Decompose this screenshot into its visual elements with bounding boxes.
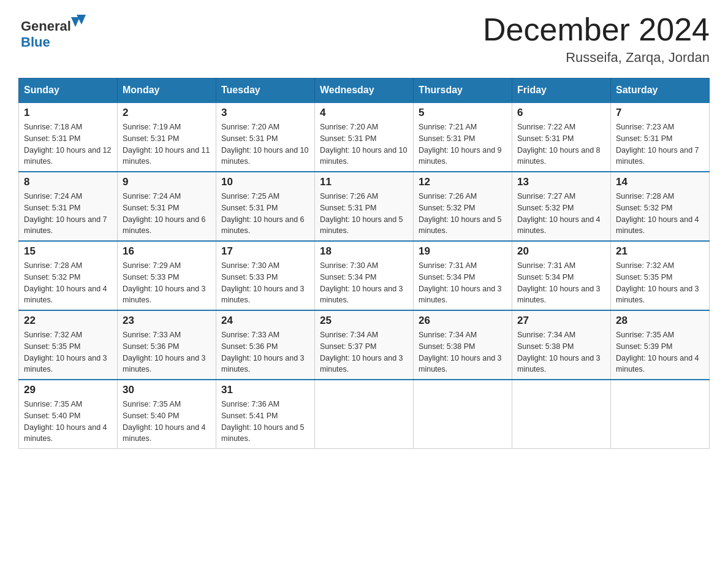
day-info: Sunrise: 7:21 AMSunset: 5:31 PMDaylight:… [419,121,507,167]
day-info: Sunrise: 7:32 AMSunset: 5:35 PMDaylight:… [24,329,112,375]
day-info: Sunrise: 7:20 AMSunset: 5:31 PMDaylight:… [221,121,309,167]
calendar-cell: 30Sunrise: 7:35 AMSunset: 5:40 PMDayligh… [118,380,216,449]
day-number: 28 [616,315,704,327]
day-info: Sunrise: 7:31 AMSunset: 5:34 PMDaylight:… [419,260,507,306]
calendar-cell [512,380,611,449]
day-number: 25 [320,315,408,327]
day-number: 14 [616,176,704,188]
logo-svg: General Blue [18,12,92,55]
column-header-wednesday: Wednesday [315,79,414,103]
day-number: 12 [419,176,507,188]
calendar-cell: 5Sunrise: 7:21 AMSunset: 5:31 PMDaylight… [414,102,512,172]
calendar-cell: 29Sunrise: 7:35 AMSunset: 5:40 PMDayligh… [19,380,118,449]
day-info: Sunrise: 7:26 AMSunset: 5:32 PMDaylight:… [419,191,507,237]
day-info: Sunrise: 7:23 AMSunset: 5:31 PMDaylight:… [616,121,704,167]
calendar-header-row: SundayMondayTuesdayWednesdayThursdayFrid… [19,79,710,103]
calendar-cell: 9Sunrise: 7:24 AMSunset: 5:31 PMDaylight… [118,172,216,241]
calendar-cell: 24Sunrise: 7:33 AMSunset: 5:36 PMDayligh… [216,310,315,380]
day-number: 13 [517,176,605,188]
calendar-cell: 11Sunrise: 7:26 AMSunset: 5:31 PMDayligh… [315,172,414,241]
day-info: Sunrise: 7:24 AMSunset: 5:31 PMDaylight:… [123,191,211,237]
calendar-cell: 14Sunrise: 7:28 AMSunset: 5:32 PMDayligh… [611,172,710,241]
calendar-cell: 3Sunrise: 7:20 AMSunset: 5:31 PMDaylight… [216,102,315,172]
day-info: Sunrise: 7:18 AMSunset: 5:31 PMDaylight:… [24,121,112,167]
title-block: December 2024 Russeifa, Zarqa, Jordan [483,12,710,66]
day-info: Sunrise: 7:30 AMSunset: 5:33 PMDaylight:… [221,260,309,306]
day-number: 15 [24,245,112,258]
day-info: Sunrise: 7:24 AMSunset: 5:31 PMDaylight:… [24,191,112,237]
day-info: Sunrise: 7:25 AMSunset: 5:31 PMDaylight:… [221,191,309,237]
day-number: 7 [616,107,704,119]
calendar-cell: 23Sunrise: 7:33 AMSunset: 5:36 PMDayligh… [118,310,216,380]
day-info: Sunrise: 7:36 AMSunset: 5:41 PMDaylight:… [221,399,309,445]
column-header-saturday: Saturday [611,79,710,103]
svg-text:Blue: Blue [21,34,50,50]
calendar-week-row: 29Sunrise: 7:35 AMSunset: 5:40 PMDayligh… [19,380,710,449]
day-number: 10 [221,176,309,188]
day-number: 1 [24,107,112,119]
day-info: Sunrise: 7:33 AMSunset: 5:36 PMDaylight:… [221,329,309,375]
calendar-cell: 8Sunrise: 7:24 AMSunset: 5:31 PMDaylight… [19,172,118,241]
calendar-cell [414,380,512,449]
day-number: 21 [616,245,704,258]
day-number: 8 [24,176,112,188]
day-number: 18 [320,245,408,258]
calendar-cell: 27Sunrise: 7:34 AMSunset: 5:38 PMDayligh… [512,310,611,380]
column-header-monday: Monday [118,79,216,103]
calendar-week-row: 8Sunrise: 7:24 AMSunset: 5:31 PMDaylight… [19,172,710,241]
calendar-week-row: 22Sunrise: 7:32 AMSunset: 5:35 PMDayligh… [19,310,710,380]
day-number: 20 [517,245,605,258]
day-number: 23 [123,315,211,327]
calendar-cell: 28Sunrise: 7:35 AMSunset: 5:39 PMDayligh… [611,310,710,380]
calendar-cell: 15Sunrise: 7:28 AMSunset: 5:32 PMDayligh… [19,241,118,310]
day-info: Sunrise: 7:22 AMSunset: 5:31 PMDaylight:… [517,121,605,167]
calendar-cell [315,380,414,449]
calendar-table: SundayMondayTuesdayWednesdayThursdayFrid… [18,78,710,449]
day-number: 22 [24,315,112,327]
day-number: 24 [221,315,309,327]
calendar-cell: 18Sunrise: 7:30 AMSunset: 5:34 PMDayligh… [315,241,414,310]
day-info: Sunrise: 7:34 AMSunset: 5:38 PMDaylight:… [517,329,605,375]
calendar-cell: 7Sunrise: 7:23 AMSunset: 5:31 PMDaylight… [611,102,710,172]
day-number: 11 [320,176,408,188]
day-info: Sunrise: 7:31 AMSunset: 5:34 PMDaylight:… [517,260,605,306]
day-info: Sunrise: 7:35 AMSunset: 5:40 PMDaylight:… [123,399,211,445]
day-number: 3 [221,107,309,119]
calendar-cell: 1Sunrise: 7:18 AMSunset: 5:31 PMDaylight… [19,102,118,172]
day-number: 31 [221,384,309,396]
calendar-cell [611,380,710,449]
day-number: 30 [123,384,211,396]
day-info: Sunrise: 7:34 AMSunset: 5:38 PMDaylight:… [419,329,507,375]
day-info: Sunrise: 7:26 AMSunset: 5:31 PMDaylight:… [320,191,408,237]
calendar-cell: 25Sunrise: 7:34 AMSunset: 5:37 PMDayligh… [315,310,414,380]
calendar-cell: 21Sunrise: 7:32 AMSunset: 5:35 PMDayligh… [611,241,710,310]
day-info: Sunrise: 7:19 AMSunset: 5:31 PMDaylight:… [123,121,211,167]
page-header: General Blue December 2024 Russeifa, Zar… [18,12,710,66]
calendar-week-row: 1Sunrise: 7:18 AMSunset: 5:31 PMDaylight… [19,102,710,172]
calendar-cell: 22Sunrise: 7:32 AMSunset: 5:35 PMDayligh… [19,310,118,380]
column-header-tuesday: Tuesday [216,79,315,103]
day-number: 16 [123,245,211,258]
svg-marker-2 [71,17,80,27]
calendar-cell: 13Sunrise: 7:27 AMSunset: 5:32 PMDayligh… [512,172,611,241]
calendar-cell: 17Sunrise: 7:30 AMSunset: 5:33 PMDayligh… [216,241,315,310]
day-info: Sunrise: 7:28 AMSunset: 5:32 PMDaylight:… [24,260,112,306]
column-header-friday: Friday [512,79,611,103]
day-number: 2 [123,107,211,119]
day-info: Sunrise: 7:20 AMSunset: 5:31 PMDaylight:… [320,121,408,167]
day-info: Sunrise: 7:28 AMSunset: 5:32 PMDaylight:… [616,191,704,237]
day-info: Sunrise: 7:30 AMSunset: 5:34 PMDaylight:… [320,260,408,306]
day-number: 9 [123,176,211,188]
column-header-sunday: Sunday [19,79,118,103]
logo: General Blue [18,12,92,55]
day-number: 29 [24,384,112,396]
calendar-cell: 16Sunrise: 7:29 AMSunset: 5:33 PMDayligh… [118,241,216,310]
calendar-cell: 6Sunrise: 7:22 AMSunset: 5:31 PMDaylight… [512,102,611,172]
day-info: Sunrise: 7:33 AMSunset: 5:36 PMDaylight:… [123,329,211,375]
day-info: Sunrise: 7:35 AMSunset: 5:39 PMDaylight:… [616,329,704,375]
calendar-week-row: 15Sunrise: 7:28 AMSunset: 5:32 PMDayligh… [19,241,710,310]
column-header-thursday: Thursday [414,79,512,103]
calendar-cell: 10Sunrise: 7:25 AMSunset: 5:31 PMDayligh… [216,172,315,241]
day-info: Sunrise: 7:29 AMSunset: 5:33 PMDaylight:… [123,260,211,306]
location-title: Russeifa, Zarqa, Jordan [483,50,710,66]
